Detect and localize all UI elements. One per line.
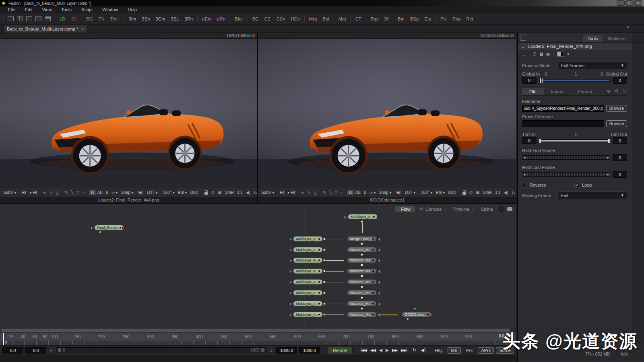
- speaker-icon[interactable]: ◀): [244, 190, 252, 195]
- proxy-filename-input[interactable]: [522, 120, 604, 127]
- node-connection[interactable]: [326, 315, 344, 315]
- toolbar-node-shortcut[interactable]: CC: [261, 16, 273, 21]
- transport-toggle[interactable]: APrx: [478, 347, 494, 354]
- node-output-dot[interactable]: [318, 249, 320, 251]
- toolbar-node-shortcut[interactable]: [197, 16, 198, 22]
- toolbar-node-shortcut[interactable]: [248, 16, 248, 22]
- toolbar-grip[interactable]: [3, 16, 4, 22]
- file-section-tab[interactable]: Format: [571, 88, 599, 95]
- view-360-dropdown[interactable]: 360° ▾: [419, 190, 434, 195]
- flow-node[interactable]: Instance_Me...: [347, 257, 377, 263]
- range-handle[interactable]: [261, 348, 264, 352]
- toolbar-node-shortcut[interactable]: pEm: [199, 16, 214, 21]
- node-input-triangle[interactable]: [377, 259, 380, 262]
- fit-dropdown[interactable]: ▾ Fit: [286, 190, 297, 195]
- node-output-dot[interactable]: [372, 270, 374, 272]
- filename-input[interactable]: [522, 105, 604, 112]
- toolbar-node-shortcut[interactable]: Blur: [232, 16, 246, 21]
- hold-first-frame-field[interactable]: 0: [613, 154, 627, 161]
- node-output-dot[interactable]: [318, 281, 320, 283]
- toolbar-node-shortcut[interactable]: [366, 16, 366, 22]
- node-output-dot[interactable]: [373, 216, 375, 218]
- layout-preset-icon[interactable]: [8, 16, 14, 21]
- toolbar-node-shortcut[interactable]: [334, 16, 334, 22]
- node-input-triangle[interactable]: [290, 302, 293, 306]
- toolbar-node-shortcut[interactable]: Bm: [395, 16, 407, 21]
- hold-last-frame-scrubber[interactable]: ◀▶: [522, 172, 610, 177]
- file-archive-icon[interactable]: [45, 16, 51, 21]
- comment-bubble-icon[interactable]: [507, 207, 512, 211]
- node-output-dot[interactable]: [318, 314, 320, 315]
- loop-checkbox[interactable]: ✓: [574, 183, 579, 187]
- flow-node[interactable]: Instance_Me...: [347, 312, 377, 317]
- subview-dropdown[interactable]: SubV ▾: [2, 190, 18, 195]
- flow-node[interactable]: Instance_Me...: [347, 279, 377, 285]
- work-area-tab[interactable]: Flow: [395, 206, 414, 212]
- hold-first-frame-scrubber[interactable]: ◀▶: [522, 155, 610, 160]
- flow-node[interactable]: Instance_Me...: [347, 247, 377, 253]
- node-input-triangle[interactable]: [91, 226, 94, 230]
- toolbar-node-shortcut[interactable]: [436, 16, 436, 22]
- roi-dropdown[interactable]: Rol ▾: [434, 190, 447, 195]
- menu-item[interactable]: Script: [76, 7, 97, 12]
- proxy-browse-button[interactable]: Browse: [606, 120, 627, 127]
- reverse-checkbox[interactable]: [522, 183, 527, 187]
- connection-handle[interactable]: [323, 281, 326, 283]
- node-input-triangle[interactable]: [290, 238, 293, 241]
- flow-node[interactable]: Multilayer_#...: [293, 268, 323, 274]
- viewer-image-right[interactable]: [258, 39, 516, 188]
- panel-tab[interactable]: Tools: [583, 35, 603, 42]
- connection-handle[interactable]: [361, 243, 363, 245]
- pin-icon[interactable]: →: [521, 52, 526, 57]
- channel-rgb-dropdown[interactable]: ▾: [396, 191, 401, 195]
- menu-item[interactable]: Tools: [56, 7, 76, 12]
- scrollbar-thumb[interactable]: [1, 329, 510, 332]
- toolbar-node-shortcut[interactable]: BC: [250, 16, 262, 21]
- flow-node[interactable]: Multilayer_#...: [293, 312, 323, 317]
- tool-header[interactable]: ⌄ Loader2: Final_Render_###.png: [518, 43, 644, 50]
- spline-b-icon[interactable]: ∿: [48, 190, 54, 195]
- subview-dropdown[interactable]: SubV ▾: [260, 190, 276, 195]
- flow-node[interactable]: Merge1 (Mrg): [347, 236, 377, 242]
- composition-tab[interactable]: Back_to_Beauty_Multi-Layer.comp * ×: [3, 25, 87, 33]
- node-output-dot[interactable]: [372, 249, 374, 251]
- node-connection[interactable]: [326, 260, 344, 261]
- node-output-dot[interactable]: [372, 303, 374, 304]
- node-input-triangle[interactable]: [377, 313, 380, 317]
- connection-handle[interactable]: [361, 264, 363, 266]
- connection-handle[interactable]: [361, 286, 363, 288]
- render-button[interactable]: Render: [328, 347, 353, 354]
- node-output-dot[interactable]: [120, 227, 121, 228]
- view-ab-button[interactable]: AB: [354, 190, 362, 195]
- checker-icon[interactable]: ▦: [474, 190, 481, 195]
- fit-dropdown[interactable]: ▾ Fit: [28, 190, 39, 195]
- global-range-slider[interactable]: [539, 79, 610, 82]
- node-input-triangle[interactable]: [290, 259, 293, 262]
- render-range-bar[interactable]: 0 1000: [56, 347, 266, 353]
- speaker-icon[interactable]: ◀): [502, 190, 510, 195]
- swap-icon[interactable]: ⇆: [252, 190, 257, 195]
- time-field[interactable]: 0.0: [2, 347, 23, 354]
- connection-handle[interactable]: [361, 307, 363, 310]
- connection-handle[interactable]: [323, 302, 326, 305]
- panel-scroll-strip[interactable]: [632, 33, 644, 345]
- trim-in-field[interactable]: 0: [522, 137, 537, 144]
- clone-icon[interactable]: ⊛: [607, 88, 611, 94]
- toolbar-node-shortcut[interactable]: pRn: [215, 16, 229, 21]
- flow-node[interactable]: Instance_Me...: [347, 290, 377, 296]
- toolbar-node-shortcut[interactable]: Mat: [336, 16, 349, 21]
- layout-preset-icon[interactable]: [35, 16, 41, 21]
- spline-b-icon[interactable]: ∿: [306, 190, 312, 195]
- node-connection[interactable]: [326, 239, 344, 239]
- node-input-triangle[interactable]: [377, 270, 380, 273]
- node-output-dot[interactable]: [372, 281, 374, 283]
- work-area-tab[interactable]: Spline: [475, 206, 497, 212]
- connection-handle[interactable]: [361, 253, 363, 256]
- chevron-down-icon[interactable]: ▾: [567, 51, 570, 57]
- toolbar-node-shortcut[interactable]: [230, 16, 230, 22]
- flow-node[interactable]: Final_Rende...: [94, 225, 124, 230]
- playhead[interactable]: [3, 333, 4, 345]
- playback-button[interactable]: ▶▶|: [400, 348, 408, 353]
- toolbar-grip[interactable]: [54, 16, 55, 22]
- fit-button[interactable]: Fit: [20, 190, 28, 195]
